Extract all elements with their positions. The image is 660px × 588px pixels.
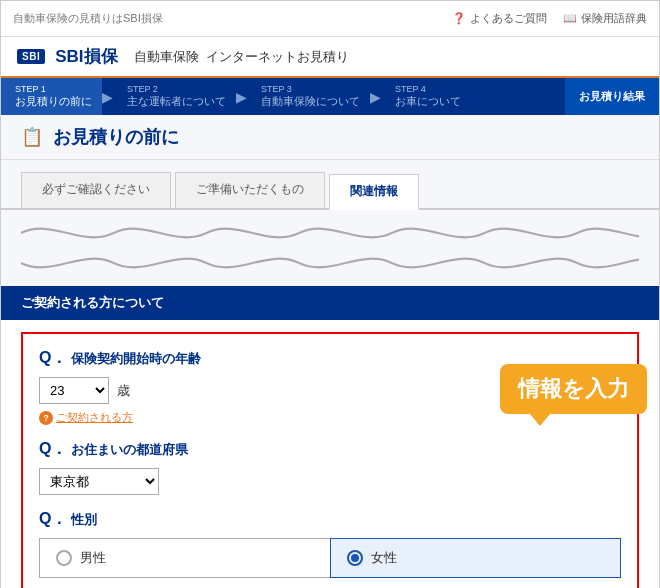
page-title: お見積りの前に: [53, 125, 179, 149]
section-header: ご契約される方について: [1, 286, 659, 320]
company-name: SBI損保: [55, 45, 117, 68]
female-label: 女性: [371, 549, 397, 567]
tab-confirm[interactable]: 必ずご確認ください: [21, 172, 171, 208]
q2-section: Q． お住まいの都道府県 北海道青森県岩手県宮城県秋田県山形県福島県茨城県栃木県…: [39, 439, 621, 495]
logo: SBI: [17, 49, 45, 64]
form-area: 情報を入力 Q． 保険契約開始時の年齢 18192021222324252627…: [1, 320, 659, 588]
breadcrumb: 自動車保険の見積りはSBI損保: [13, 11, 452, 26]
book-icon: 📖: [563, 12, 577, 25]
tab-related[interactable]: 関連情報: [329, 174, 419, 210]
faq-link[interactable]: ❓ よくあるご質問: [452, 11, 547, 26]
result-tab[interactable]: お見積り結果: [565, 78, 659, 115]
wavy-line-2: [21, 248, 639, 278]
age-unit: 歳: [117, 382, 130, 400]
step-arrow-3: ▶: [370, 78, 381, 115]
product-name: 自動車保険 インターネットお見積り: [134, 48, 349, 66]
gender-female-option[interactable]: 女性: [330, 538, 622, 578]
step-4[interactable]: STEP 4 お車について: [381, 78, 471, 115]
female-radio-circle: [347, 550, 363, 566]
tabs-area: 必ずご確認ください ご準備いただくもの 関連情報: [1, 160, 659, 210]
q2-input-row: 北海道青森県岩手県宮城県秋田県山形県福島県茨城県栃木県群馬県埼玉県千葉県東京都神…: [39, 468, 621, 495]
header: SBI SBI損保 自動車保険 インターネットお見積り: [1, 37, 659, 78]
logo-area: SBI SBI損保 自動車保険 インターネットお見積り: [17, 45, 643, 68]
document-icon: 📋: [21, 126, 43, 148]
prefecture-select[interactable]: 北海道青森県岩手県宮城県秋田県山形県福島県茨城県栃木県群馬県埼玉県千葉県東京都神…: [39, 468, 159, 495]
wavy-line-1: [21, 218, 639, 248]
tab-prepare[interactable]: ご準備いただくもの: [175, 172, 325, 208]
q3-label: Q． 性別: [39, 509, 621, 530]
form-box: 情報を入力 Q． 保険契約開始時の年齢 18192021222324252627…: [21, 332, 639, 588]
male-label: 男性: [80, 549, 106, 567]
age-select[interactable]: 18192021222324252627282930: [39, 377, 109, 404]
male-radio-circle: [56, 550, 72, 566]
steps-bar: STEP 1 お見積りの前に ▶ STEP 2 主な運転者について ▶ STEP…: [1, 78, 659, 115]
tooltip-balloon: 情報を入力: [500, 364, 647, 414]
q3-section: Q． 性別 男性 女性: [39, 509, 621, 578]
gender-male-option[interactable]: 男性: [39, 538, 330, 578]
step-3[interactable]: STEP 3 自動車保険について: [247, 78, 370, 115]
wavy-area: [1, 210, 659, 286]
question-icon: ❓: [452, 12, 466, 25]
top-nav: 自動車保険の見積りはSBI損保 ❓ よくあるご質問 📖 保険用語辞典: [1, 1, 659, 37]
page-title-area: 📋 お見積りの前に: [1, 115, 659, 160]
help-icon: ?: [39, 411, 53, 425]
nav-links: ❓ よくあるご質問 📖 保険用語辞典: [452, 11, 647, 26]
q2-label: Q． お住まいの都道府県: [39, 439, 621, 460]
step-1[interactable]: STEP 1 お見積りの前に: [1, 78, 102, 115]
step-2[interactable]: STEP 2 主な運転者について: [113, 78, 236, 115]
step-arrow-1: ▶: [102, 78, 113, 115]
gender-radio-row: 男性 女性: [39, 538, 621, 578]
step-arrow-2: ▶: [236, 78, 247, 115]
dictionary-link[interactable]: 📖 保険用語辞典: [563, 11, 647, 26]
